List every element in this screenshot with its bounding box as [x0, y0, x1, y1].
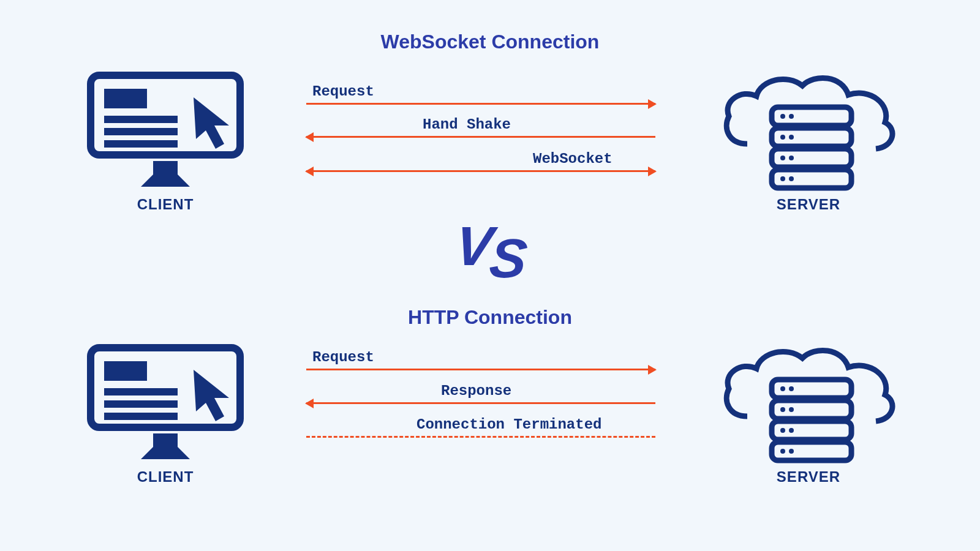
ws-arrow2 [306, 136, 655, 138]
svg-point-9 [780, 114, 785, 119]
client-monitor-icon [86, 70, 245, 193]
title-websocket: WebSocket Connection [0, 31, 980, 53]
svg-rect-1 [104, 89, 147, 108]
http-arrow2 [306, 402, 655, 404]
svg-rect-2 [104, 116, 178, 123]
client-label-top: CLIENT [86, 196, 245, 213]
svg-point-29 [789, 407, 794, 412]
ws-arrow3 [306, 170, 655, 172]
svg-point-11 [780, 135, 785, 140]
http-arrow1-label: Request [312, 349, 374, 365]
ws-arrow2-label: Hand Shake [423, 116, 511, 133]
svg-point-30 [780, 428, 785, 433]
server-label-top: SERVER [717, 196, 900, 213]
server-cloud-icon [717, 70, 900, 196]
svg-rect-4 [104, 140, 178, 148]
ws-arrow1-label: Request [312, 83, 374, 100]
http-arrow2-label: Response [441, 383, 511, 399]
svg-point-33 [789, 449, 794, 454]
svg-point-32 [780, 449, 785, 454]
svg-rect-20 [104, 400, 178, 408]
svg-point-12 [789, 135, 794, 140]
server-label-bottom: SERVER [717, 468, 900, 485]
svg-rect-3 [104, 128, 178, 135]
svg-point-27 [789, 386, 794, 391]
svg-rect-19 [104, 388, 178, 395]
svg-point-16 [789, 176, 794, 181]
vs-label: VS [456, 217, 524, 280]
svg-rect-21 [104, 413, 178, 420]
svg-point-10 [789, 114, 794, 119]
svg-rect-18 [104, 361, 147, 381]
client-monitor-icon-bottom [86, 343, 245, 465]
svg-point-31 [789, 428, 794, 433]
http-arrow1 [306, 369, 655, 370]
title-http: HTTP Connection [0, 306, 980, 329]
ws-arrow3-label: WebSocket [533, 151, 612, 167]
svg-point-28 [780, 407, 785, 412]
svg-point-13 [780, 156, 785, 160]
svg-point-26 [780, 386, 785, 391]
svg-point-15 [780, 176, 785, 181]
http-arrow3 [306, 436, 655, 438]
server-cloud-icon-bottom [717, 343, 900, 468]
ws-arrow1 [306, 103, 655, 105]
client-label-bottom: CLIENT [86, 468, 245, 485]
http-arrow3-label: Connection Terminated [417, 416, 601, 433]
svg-point-14 [789, 156, 794, 160]
